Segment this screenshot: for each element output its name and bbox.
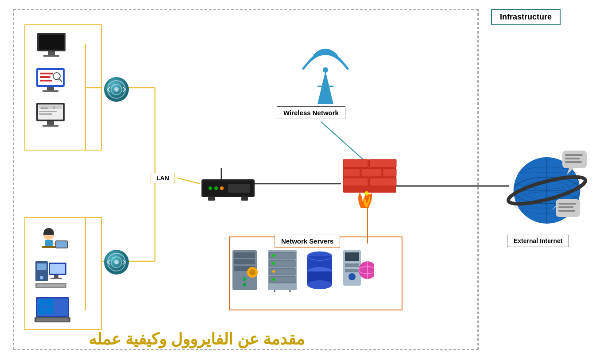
svg-rect-90 — [234, 252, 255, 258]
svg-rect-133 — [565, 154, 583, 156]
svg-rect-137 — [558, 203, 576, 205]
wireless-tower — [299, 35, 343, 106]
network-switch-top — [103, 76, 130, 105]
svg-rect-134 — [565, 158, 580, 159]
svg-rect-45 — [45, 240, 53, 246]
network-switch-bottom — [103, 249, 130, 277]
svg-rect-55 — [50, 278, 62, 279]
svg-point-119 — [359, 261, 374, 279]
switch-top-icon — [103, 76, 130, 103]
svg-rect-81 — [343, 159, 368, 167]
svg-rect-25 — [40, 80, 52, 81]
svg-point-95 — [243, 277, 246, 281]
svg-point-104 — [272, 270, 275, 273]
device-person — [33, 224, 69, 256]
svg-rect-82 — [370, 159, 396, 167]
svg-rect-138 — [558, 206, 573, 208]
svg-rect-83 — [343, 169, 360, 177]
svg-rect-87 — [370, 178, 396, 186]
svg-point-51 — [40, 276, 43, 279]
svg-rect-29 — [43, 90, 58, 92]
modem-icon — [199, 166, 257, 206]
vertical-divider — [478, 9, 479, 350]
svg-rect-57 — [37, 284, 65, 287]
device-laptop — [34, 296, 71, 326]
person-desk-icon — [33, 224, 69, 255]
globe-internet — [494, 146, 582, 235]
rack-server-icon — [228, 248, 261, 292]
svg-point-76 — [220, 186, 224, 190]
svg-point-96 — [243, 283, 246, 287]
svg-rect-18 — [39, 35, 64, 50]
svg-rect-63 — [38, 307, 45, 314]
svg-point-105 — [272, 278, 275, 281]
main-container: Infrastructure — [0, 0, 596, 364]
laptop-icon — [34, 296, 71, 325]
internet-globe-icon — [494, 146, 591, 235]
svg-rect-24 — [40, 76, 50, 78]
svg-rect-117 — [345, 269, 359, 272]
svg-rect-116 — [345, 263, 359, 267]
svg-rect-48 — [56, 241, 67, 248]
svg-point-74 — [209, 186, 212, 190]
svg-rect-64 — [46, 299, 53, 306]
svg-point-118 — [348, 273, 356, 280]
blade-server-icon — [266, 248, 299, 292]
svg-rect-115 — [345, 252, 359, 261]
svg-point-88 — [364, 191, 369, 196]
firewall-svg — [341, 157, 399, 210]
svg-rect-53 — [50, 264, 65, 274]
svg-rect-65 — [46, 307, 53, 314]
svg-rect-77 — [228, 184, 250, 193]
svg-point-70 — [323, 67, 328, 73]
svg-rect-61 — [36, 318, 69, 321]
svg-rect-19 — [48, 51, 55, 55]
wireless-antenna-icon — [299, 35, 352, 111]
svg-rect-20 — [43, 55, 59, 57]
modem-router — [199, 166, 252, 201]
svg-point-103 — [272, 262, 275, 265]
svg-point-69 — [114, 260, 119, 264]
svg-text:www.i: www.i — [40, 107, 48, 109]
svg-rect-62 — [38, 299, 45, 306]
svg-point-75 — [214, 186, 218, 190]
network-servers-label: Network Servers — [275, 235, 340, 248]
external-internet-label: External Internet — [507, 235, 569, 247]
infrastructure-label: Infrastructure — [491, 9, 561, 25]
svg-point-112 — [307, 280, 332, 289]
svg-rect-28 — [47, 87, 54, 90]
database-icon — [303, 248, 337, 292]
arabic-title: مقدمة عن الفايروول وكيفية عمله — [89, 330, 305, 349]
servers-row — [228, 248, 374, 292]
svg-rect-91 — [234, 259, 255, 264]
svg-point-102 — [272, 254, 275, 257]
svg-point-94 — [249, 269, 255, 275]
svg-point-42 — [114, 87, 119, 92]
svg-rect-37 — [47, 121, 54, 125]
wireless-network-label: Wireless Network — [277, 106, 345, 119]
svg-rect-139 — [558, 210, 575, 212]
search-monitor-icon — [35, 66, 67, 97]
firewall-icon — [341, 157, 394, 206]
svg-rect-50 — [37, 263, 46, 270]
svg-rect-135 — [565, 161, 582, 163]
svg-rect-85 — [383, 169, 396, 177]
svg-rect-78 — [208, 197, 215, 201]
device-monitor-www: www.i — [35, 101, 67, 134]
tower-server-icon — [341, 248, 374, 292]
svg-rect-84 — [361, 169, 382, 177]
monitor-icon — [35, 31, 67, 62]
svg-rect-86 — [343, 178, 368, 186]
svg-rect-23 — [40, 73, 53, 74]
switch-bottom-icon — [103, 249, 130, 275]
svg-rect-79 — [241, 197, 248, 201]
device-desktop — [34, 259, 69, 292]
desktop-icon — [34, 259, 69, 290]
svg-rect-35 — [39, 111, 57, 112]
device-monitor-search — [35, 66, 67, 99]
svg-rect-54 — [54, 275, 58, 278]
svg-rect-38 — [43, 125, 58, 127]
device-monitor — [35, 31, 67, 64]
lan-label: LAN — [151, 173, 175, 183]
svg-rect-36 — [39, 113, 52, 115]
